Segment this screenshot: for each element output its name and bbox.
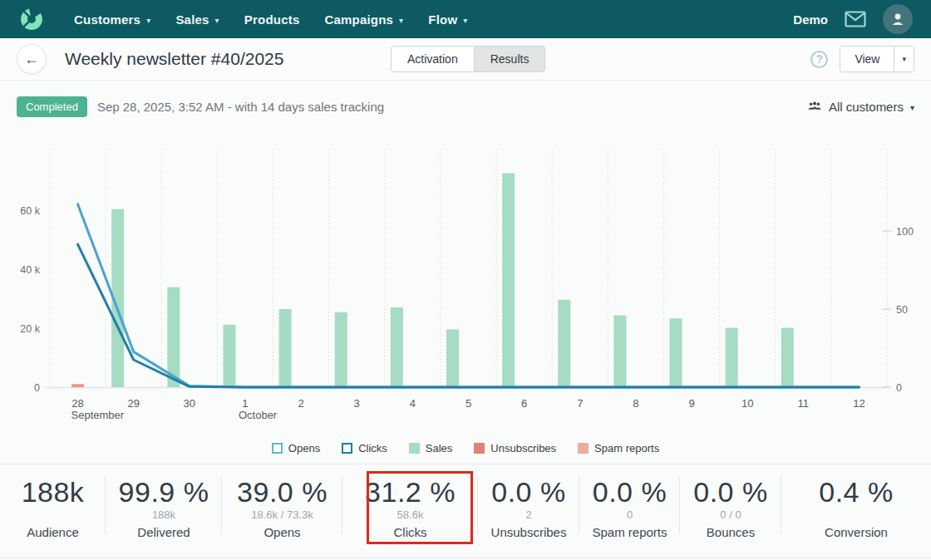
chevron-down-icon: ▾: [146, 16, 150, 25]
nav-item-label: Flow: [428, 12, 457, 27]
stat-sub-value: 0 / 0: [720, 508, 741, 523]
svg-text:12: 12: [853, 397, 864, 410]
svg-text:29: 29: [127, 397, 139, 410]
stat-value: 39.0 %: [237, 476, 328, 508]
stat-label: Spam reports: [592, 525, 667, 539]
svg-text:5: 5: [466, 397, 471, 410]
stat-sub-value: 58.6k: [397, 508, 424, 523]
account-name-label[interactable]: Demo: [793, 12, 828, 27]
view-button[interactable]: View: [840, 47, 894, 71]
nav-item-flow[interactable]: Flow▾: [416, 0, 480, 38]
svg-text:1: 1: [242, 397, 248, 410]
status-badge: Completed: [17, 96, 87, 117]
activation-results-tabs: ActivationResults: [391, 46, 545, 72]
legend-item-sales[interactable]: Sales: [409, 442, 453, 454]
legend-item-clicks[interactable]: Clicks: [342, 442, 387, 454]
stat-value: 0.0 %: [491, 476, 565, 508]
nav-item-products[interactable]: Products: [232, 0, 313, 38]
view-dropdown-button[interactable]: ▾: [894, 47, 914, 71]
nav-item-label: Sales: [175, 12, 209, 27]
stat-sub-value: 18.6k / 73.3k: [251, 508, 313, 523]
stat-audience: 188kAudience: [0, 464, 106, 558]
svg-text:8: 8: [633, 397, 638, 410]
stat-label: Delivered: [137, 525, 190, 539]
legend-swatch-icon: [578, 443, 589, 454]
legend-swatch-icon: [474, 443, 485, 454]
audience-filter-label: All customers: [829, 100, 904, 114]
legend-item-unsubscribes[interactable]: Unsubscribes: [474, 442, 556, 454]
help-icon[interactable]: ?: [810, 51, 828, 68]
legend-label: Clicks: [358, 442, 387, 454]
nav-item-campaigns[interactable]: Campaigns▾: [312, 0, 416, 38]
svg-text:2: 2: [298, 397, 303, 410]
legend-swatch-icon: [272, 443, 283, 454]
stat-value: 188k: [22, 476, 85, 508]
stat-value: 0.0 %: [693, 476, 767, 508]
svg-text:7: 7: [577, 397, 583, 410]
stat-conversion: 0.4 %Conversion: [781, 464, 931, 558]
nav-item-label: Customers: [74, 12, 140, 27]
stat-label: Bounces: [707, 525, 755, 539]
tab-activation[interactable]: Activation: [391, 46, 475, 72]
svg-text:0: 0: [896, 382, 902, 394]
nav-item-label: Campaigns: [324, 12, 393, 27]
campaign-status-row: Completed Sep 28, 2025, 3:52 AM - with 1…: [17, 92, 914, 120]
brand-logo-icon[interactable]: [17, 4, 47, 34]
mail-icon[interactable]: [845, 11, 866, 27]
svg-text:October: October: [239, 409, 278, 421]
legend-item-opens[interactable]: Opens: [272, 442, 320, 454]
stat-sub-value: 0: [627, 508, 633, 523]
top-navbar: Customers▾Sales▾ProductsCampaigns▾Flow▾ …: [0, 0, 931, 38]
stat-delivered: 99.9 %188kDelivered: [106, 464, 222, 558]
svg-text:11: 11: [798, 397, 810, 410]
nav-item-sales[interactable]: Sales▾: [163, 0, 231, 38]
legend-label: Spam reports: [594, 442, 659, 454]
svg-text:9: 9: [688, 397, 694, 410]
svg-text:6: 6: [521, 397, 527, 410]
stat-value: 99.9 %: [119, 476, 209, 508]
chevron-down-icon: ▾: [215, 16, 219, 25]
page-header: ← Weekly newsletter #40/2025 ActivationR…: [0, 38, 931, 81]
stat-value: 0.0 %: [593, 476, 667, 508]
legend-item-spam-reports[interactable]: Spam reports: [578, 442, 659, 454]
stat-label: Audience: [27, 525, 79, 539]
tab-results[interactable]: Results: [474, 46, 546, 72]
legend-label: Unsubscribes: [490, 442, 556, 454]
stat-sub-value: 2: [525, 508, 531, 523]
people-icon: [807, 101, 822, 112]
page-title: Weekly newsletter #40/2025: [65, 49, 283, 69]
stat-label: Opens: [264, 525, 300, 539]
legend-swatch-icon: [409, 443, 420, 454]
stat-spam-reports: 0.0 %0Spam reports: [579, 464, 680, 558]
back-button[interactable]: ←: [17, 44, 47, 74]
chevron-down-icon: ▾: [902, 55, 906, 63]
nav-menu: Customers▾Sales▾ProductsCampaigns▾Flow▾: [62, 0, 480, 38]
stat-label: Unsubscribes: [491, 525, 567, 539]
svg-text:0: 0: [34, 382, 40, 394]
stats-row: 188kAudience99.9 %188kDelivered39.0 %18.…: [0, 464, 931, 558]
stat-opens: 39.0 %18.6k / 73.3kOpens: [222, 464, 342, 558]
nav-item-customers[interactable]: Customers▾: [62, 0, 163, 38]
svg-text:3: 3: [354, 397, 360, 410]
legend-label: Opens: [288, 442, 320, 454]
legend-label: Sales: [426, 442, 453, 454]
svg-text:50: 50: [896, 304, 908, 316]
svg-text:30: 30: [184, 397, 195, 410]
status-text: Sep 28, 2025, 3:52 AM - with 14 days sal…: [97, 100, 384, 114]
nav-item-label: Products: [244, 12, 300, 27]
chart-legend: OpensClicksSalesUnsubscribesSpam reports: [0, 440, 931, 456]
svg-text:20 k: 20 k: [20, 323, 40, 335]
user-avatar[interactable]: [883, 4, 913, 34]
stat-bounces: 0.0 %0 / 0Bounces: [680, 464, 781, 558]
audience-filter-dropdown[interactable]: All customers ▾: [807, 100, 914, 114]
stat-value: 0.4 %: [819, 476, 893, 508]
stat-sub-value: 188k: [152, 508, 175, 523]
chevron-down-icon: ▾: [910, 103, 914, 112]
results-chart: 020 k40 k60 k050100282930123456789101112…: [0, 130, 931, 436]
stat-label: Conversion: [825, 525, 888, 539]
stat-value: 31.2 %: [365, 476, 456, 508]
svg-text:10: 10: [741, 397, 753, 410]
svg-text:100: 100: [896, 226, 914, 238]
legend-swatch-icon: [342, 443, 352, 454]
back-arrow-icon: ←: [24, 51, 39, 68]
